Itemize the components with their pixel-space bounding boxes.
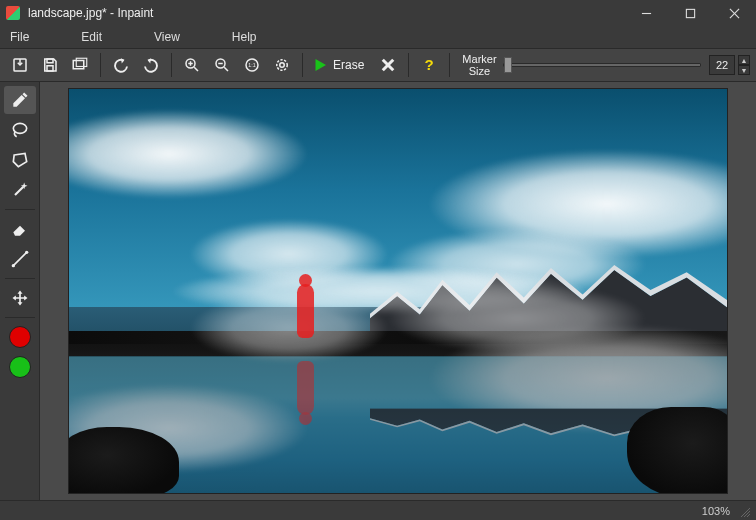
marker-tool[interactable] xyxy=(4,86,36,114)
magic-wand-tool[interactable] xyxy=(4,176,36,204)
svg-rect-6 xyxy=(47,59,53,63)
title-bar: landscape.jpg* - Inpaint xyxy=(0,0,756,26)
separator xyxy=(5,317,35,318)
svg-line-11 xyxy=(194,67,198,71)
mask-color-red[interactable] xyxy=(4,323,36,351)
photo-rocks-left xyxy=(68,427,179,494)
minimize-button[interactable] xyxy=(624,0,668,26)
separator xyxy=(171,53,172,77)
svg-line-25 xyxy=(15,187,23,195)
batch-button[interactable] xyxy=(66,51,94,79)
mask-selection-reflection xyxy=(295,361,317,425)
cancel-erase-button[interactable] xyxy=(374,51,402,79)
open-icon xyxy=(11,56,29,74)
help-toolbar-button[interactable]: ? xyxy=(415,51,443,79)
tool-sidebar xyxy=(0,82,40,500)
marker-size-control xyxy=(503,63,701,67)
zoom-level: 103% xyxy=(702,505,730,517)
redo-button[interactable] xyxy=(137,51,165,79)
menu-view[interactable]: View xyxy=(148,28,186,46)
save-button[interactable] xyxy=(36,51,64,79)
svg-text:?: ? xyxy=(425,56,434,73)
marker-size-slider[interactable] xyxy=(503,63,701,67)
line-tool[interactable] xyxy=(4,245,36,273)
separator xyxy=(408,53,409,77)
svg-point-19 xyxy=(277,60,288,71)
move-icon xyxy=(10,288,30,308)
zoom-out-button[interactable] xyxy=(208,51,236,79)
line-icon xyxy=(10,249,30,269)
separator xyxy=(5,278,35,279)
mask-selection[interactable] xyxy=(295,274,317,338)
marker-size-down[interactable]: ▼ xyxy=(738,65,750,75)
svg-point-28 xyxy=(25,251,28,254)
polygon-tool[interactable] xyxy=(4,146,36,174)
canvas-area xyxy=(40,82,756,500)
x-icon xyxy=(379,56,397,74)
save-icon xyxy=(41,56,59,74)
marker-size-spinner: ▲ ▼ xyxy=(738,55,750,75)
eraser-tool[interactable] xyxy=(4,215,36,243)
svg-point-24 xyxy=(13,123,26,133)
magic-wand-icon xyxy=(10,180,30,200)
zoom-1to1-icon: 1:1 xyxy=(243,56,261,74)
top-toolbar: 1:1 Erase ? Marker Size 22 ▲ ▼ xyxy=(0,48,756,82)
window-controls xyxy=(624,0,756,26)
move-tool[interactable] xyxy=(4,284,36,312)
zoom-out-icon xyxy=(213,56,231,74)
play-icon xyxy=(311,56,329,74)
green-dot-icon xyxy=(9,356,31,378)
maximize-button[interactable] xyxy=(668,0,712,26)
svg-text:1:1: 1:1 xyxy=(248,62,255,68)
zoom-in-icon xyxy=(183,56,201,74)
polygon-icon xyxy=(10,150,30,170)
separator xyxy=(449,53,450,77)
svg-rect-7 xyxy=(47,66,53,71)
marker-size-up[interactable]: ▲ xyxy=(738,55,750,65)
image-canvas[interactable] xyxy=(68,88,728,494)
question-icon: ? xyxy=(420,56,438,74)
marker-size-value[interactable]: 22 xyxy=(709,55,735,75)
marker-size-label: Marker Size xyxy=(462,53,496,77)
svg-rect-8 xyxy=(73,61,84,69)
lasso-icon xyxy=(10,120,30,140)
menu-bar: File Edit View Help xyxy=(0,26,756,48)
separator xyxy=(100,53,101,77)
app-icon xyxy=(6,6,20,20)
zoom-in-button[interactable] xyxy=(178,51,206,79)
undo-button[interactable] xyxy=(107,51,135,79)
lasso-tool[interactable] xyxy=(4,116,36,144)
window-title: landscape.jpg* - Inpaint xyxy=(28,6,624,20)
erase-button[interactable]: Erase xyxy=(309,51,372,79)
photo-rocks-right xyxy=(627,407,728,494)
eraser-icon xyxy=(10,219,30,239)
svg-point-20 xyxy=(280,63,285,68)
svg-point-27 xyxy=(11,264,14,267)
menu-edit[interactable]: Edit xyxy=(75,28,108,46)
svg-line-15 xyxy=(224,67,228,71)
menu-help[interactable]: Help xyxy=(226,28,263,46)
redo-icon xyxy=(142,56,160,74)
separator xyxy=(302,53,303,77)
slider-thumb[interactable] xyxy=(504,57,512,73)
svg-rect-1 xyxy=(686,9,694,17)
separator xyxy=(5,209,35,210)
stack-icon xyxy=(71,56,89,74)
zoom-actual-button[interactable]: 1:1 xyxy=(238,51,266,79)
resize-grip-icon[interactable] xyxy=(738,505,750,517)
open-button[interactable] xyxy=(6,51,34,79)
svg-rect-9 xyxy=(76,58,87,66)
undo-icon xyxy=(112,56,130,74)
svg-line-26 xyxy=(13,252,26,265)
mask-color-green[interactable] xyxy=(4,353,36,381)
marker-icon xyxy=(10,90,30,110)
zoom-fit-icon xyxy=(273,56,291,74)
close-button[interactable] xyxy=(712,0,756,26)
zoom-fit-button[interactable] xyxy=(268,51,296,79)
erase-label: Erase xyxy=(333,58,364,72)
red-dot-icon xyxy=(9,326,31,348)
menu-file[interactable]: File xyxy=(4,28,35,46)
content-area xyxy=(0,82,756,500)
status-bar: 103% xyxy=(0,500,756,520)
